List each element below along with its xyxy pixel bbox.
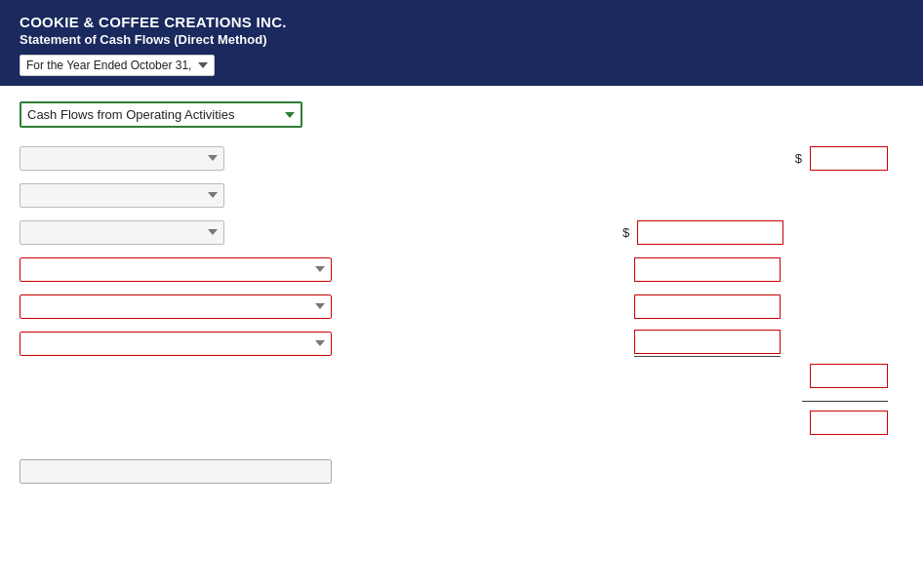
row5-mid-right — [634, 294, 781, 319]
row2-left — [20, 183, 390, 208]
item-select-3[interactable] — [20, 220, 224, 245]
item-select-1[interactable] — [20, 146, 224, 171]
statement-title: Statement of Cash Flows (Direct Method) — [20, 32, 903, 47]
header: COOKIE & COFFEE CREATIONS INC. Statement… — [0, 0, 923, 86]
top-border-line — [802, 401, 888, 402]
data-row-4 — [20, 253, 903, 286]
row6-left — [20, 332, 390, 356]
row3-mid-right: $ — [622, 220, 783, 245]
total-input[interactable] — [810, 411, 888, 435]
subtotal-row — [20, 364, 903, 397]
total-row — [20, 411, 903, 444]
row5-left — [20, 294, 390, 319]
item-select-red-6[interactable] — [20, 332, 332, 356]
item-select-red-5[interactable] — [20, 294, 332, 319]
subtotal-input[interactable] — [810, 364, 888, 388]
data-row-5 — [20, 290, 903, 323]
section-row: Cash Flows from Operating Activities — [20, 101, 903, 128]
amount-input-3[interactable] — [637, 220, 783, 245]
amount-input-4[interactable] — [634, 257, 781, 282]
data-row-1: $ — [20, 141, 903, 175]
row1-far-right: $ — [795, 146, 888, 171]
bottom-section-row — [20, 459, 903, 484]
bottom-section-select[interactable] — [20, 459, 332, 484]
page-wrapper: COOKIE & COFFEE CREATIONS INC. Statement… — [0, 0, 923, 588]
data-row-6 — [20, 327, 903, 360]
item-select-2[interactable] — [20, 183, 224, 208]
amount-input-1[interactable] — [810, 146, 888, 171]
content-area: Cash Flows from Operating Activities $ — [0, 86, 923, 499]
period-select[interactable]: For the Year Ended October 31, 2023 — [20, 55, 215, 76]
data-row-3: $ — [20, 216, 903, 249]
row4-mid-right — [634, 257, 781, 282]
section-select[interactable]: Cash Flows from Operating Activities — [20, 101, 302, 128]
row3-left — [20, 220, 390, 245]
dollar-sign-1: $ — [795, 151, 802, 166]
row1-left — [20, 146, 390, 171]
row4-left — [20, 257, 390, 282]
amount-input-5[interactable] — [634, 294, 781, 319]
row6-mid-right — [634, 330, 781, 357]
divider-row — [20, 401, 903, 409]
amount-input-6[interactable] — [634, 330, 781, 354]
data-row-2 — [20, 178, 903, 212]
subtotal-far-right — [810, 364, 888, 388]
dollar-sign-3: $ — [622, 225, 629, 240]
company-name: COOKIE & COFFEE CREATIONS INC. — [20, 14, 903, 30]
item-select-red-4[interactable] — [20, 257, 332, 282]
total-far-right — [810, 411, 888, 435]
